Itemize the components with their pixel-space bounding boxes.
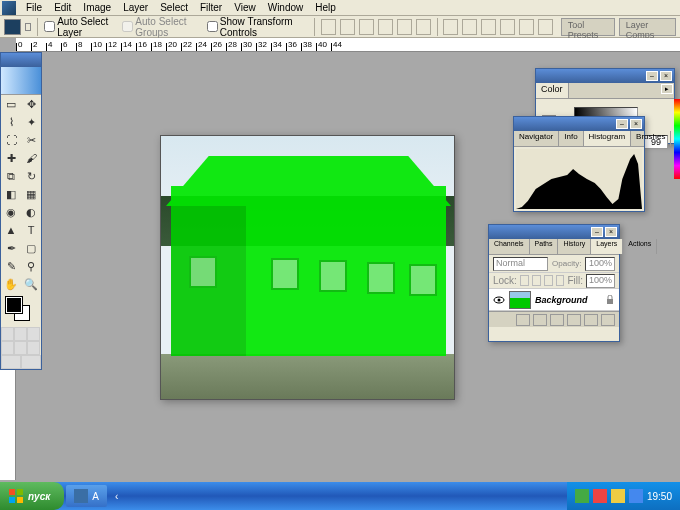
toolbox-titlebar[interactable]	[1, 53, 41, 67]
dodge-tool[interactable]: ◐	[21, 203, 41, 221]
zoom-tool[interactable]: 🔍	[21, 275, 41, 293]
new-group-button[interactable]	[567, 314, 581, 326]
visibility-toggle-icon[interactable]	[493, 294, 505, 306]
distribute-hcenter-button[interactable]	[519, 19, 534, 35]
align-right-button[interactable]	[416, 19, 431, 35]
layer-style-button[interactable]	[533, 314, 547, 326]
slice-tool[interactable]: ✂	[21, 131, 41, 149]
screen-full-button[interactable]	[27, 341, 40, 355]
layer-thumbnail[interactable]	[509, 291, 531, 309]
tray-icon-4[interactable]	[629, 489, 643, 503]
distribute-vcenter-button[interactable]	[462, 19, 477, 35]
marquee-tool[interactable]: ▭	[1, 95, 21, 113]
history-tab[interactable]: History	[558, 239, 591, 254]
align-vcenter-button[interactable]	[340, 19, 355, 35]
current-tool-preview[interactable]	[4, 19, 21, 35]
histogram-panel-close-button[interactable]: ×	[630, 119, 642, 129]
navigator-tab[interactable]: Navigator	[514, 131, 559, 146]
menu-view[interactable]: View	[228, 1, 262, 14]
menu-edit[interactable]: Edit	[48, 1, 77, 14]
channels-tab[interactable]: Channels	[489, 239, 530, 254]
tray-icon-3[interactable]	[611, 489, 625, 503]
align-hcenter-button[interactable]	[397, 19, 412, 35]
menu-select[interactable]: Select	[154, 1, 194, 14]
taskbar-app-button[interactable]: A	[66, 485, 107, 507]
align-left-button[interactable]	[378, 19, 393, 35]
gradient-tool[interactable]: ▦	[21, 185, 41, 203]
eraser-tool[interactable]: ◧	[1, 185, 21, 203]
blur-tool[interactable]: ◉	[1, 203, 21, 221]
lock-all-button[interactable]	[556, 275, 565, 286]
align-top-button[interactable]	[321, 19, 336, 35]
align-bottom-button[interactable]	[359, 19, 374, 35]
jump-imageready-button[interactable]	[1, 355, 21, 369]
opacity-field[interactable]: 100%	[585, 257, 615, 271]
lasso-tool[interactable]: ⌇	[1, 113, 21, 131]
actions-tab[interactable]: Actions	[623, 239, 657, 254]
color-ramp[interactable]	[674, 99, 680, 179]
taskbar-chevron-icon[interactable]: ‹	[115, 491, 125, 502]
distribute-bottom-button[interactable]	[481, 19, 496, 35]
tray-icon-1[interactable]	[575, 489, 589, 503]
lock-position-button[interactable]	[544, 275, 553, 286]
brushes-tab[interactable]: Brushes	[631, 131, 671, 146]
shape-tool[interactable]: ▢	[21, 239, 41, 257]
foreground-color-swatch[interactable]	[6, 297, 22, 313]
menu-layer[interactable]: Layer	[117, 1, 154, 14]
magic-wand-tool[interactable]: ✦	[21, 113, 41, 131]
dock-tool-presets[interactable]: Tool Presets	[561, 18, 615, 36]
histogram-panel-minimize-button[interactable]: –	[616, 119, 628, 129]
menu-help[interactable]: Help	[309, 1, 342, 14]
layers-panel-minimize-button[interactable]: –	[591, 227, 603, 237]
notes-tool[interactable]: ✎	[1, 257, 21, 275]
pen-tool[interactable]: ✒	[1, 239, 21, 257]
clone-stamp-tool[interactable]: ⧉	[1, 167, 21, 185]
horizontal-ruler[interactable]: 024681012141618202224262830323436384044	[16, 38, 680, 52]
brush-tool[interactable]: 🖌	[21, 149, 41, 167]
healing-brush-tool[interactable]: ✚	[1, 149, 21, 167]
layers-tab[interactable]: Layers	[591, 239, 623, 254]
lock-pixels-button[interactable]	[532, 275, 541, 286]
new-layer-button[interactable]	[584, 314, 598, 326]
path-selection-tool[interactable]: ▲	[1, 221, 21, 239]
menu-window[interactable]: Window	[262, 1, 310, 14]
info-tab[interactable]: Info	[559, 131, 583, 146]
auto-select-groups-checkbox[interactable]: Auto Select Groups	[122, 16, 202, 38]
distribute-left-button[interactable]	[500, 19, 515, 35]
blend-mode-select[interactable]: Normal	[493, 257, 548, 271]
layer-row-background[interactable]: Background	[489, 289, 619, 311]
layers-panel-close-button[interactable]: ×	[605, 227, 617, 237]
color-tab[interactable]: Color	[536, 83, 569, 98]
link-layers-button[interactable]	[516, 314, 530, 326]
screen-mode-button[interactable]	[27, 327, 40, 341]
histogram-tab[interactable]: Histogram	[584, 131, 631, 146]
clock[interactable]: 19:50	[647, 491, 672, 502]
dock-layer-comps[interactable]: Layer Comps	[619, 18, 676, 36]
start-button[interactable]: пуск	[0, 482, 64, 510]
document-window[interactable]	[160, 135, 455, 400]
color-panel-menu-button[interactable]: ▸	[661, 84, 673, 94]
crop-tool[interactable]: ⛶	[1, 131, 21, 149]
menu-filter[interactable]: Filter	[194, 1, 228, 14]
eyedropper-tool[interactable]: ⚲	[21, 257, 41, 275]
fill-field[interactable]: 100%	[586, 274, 615, 288]
screen-standard-button[interactable]	[1, 341, 14, 355]
paths-tab[interactable]: Paths	[530, 239, 559, 254]
type-tool[interactable]: T	[21, 221, 41, 239]
menu-file[interactable]: File	[20, 1, 48, 14]
layer-name-label[interactable]: Background	[535, 295, 588, 305]
tray-icon-2[interactable]	[593, 489, 607, 503]
layer-mask-button[interactable]	[550, 314, 564, 326]
delete-layer-button[interactable]	[601, 314, 615, 326]
distribute-right-button[interactable]	[538, 19, 553, 35]
color-panel-minimize-button[interactable]: –	[646, 71, 658, 81]
hand-tool[interactable]: ✋	[1, 275, 21, 293]
auto-select-layer-checkbox[interactable]: Auto Select Layer	[44, 16, 118, 38]
distribute-top-button[interactable]	[443, 19, 458, 35]
quickmask-mode-button[interactable]	[14, 327, 27, 341]
tool-preset-dropdown-icon[interactable]	[25, 23, 32, 31]
screen-full-menubar-button[interactable]	[14, 341, 27, 355]
jump-extra-button[interactable]	[21, 355, 41, 369]
move-tool[interactable]: ✥	[21, 95, 41, 113]
show-transform-controls-checkbox[interactable]: Show Transform Controls	[207, 16, 309, 38]
